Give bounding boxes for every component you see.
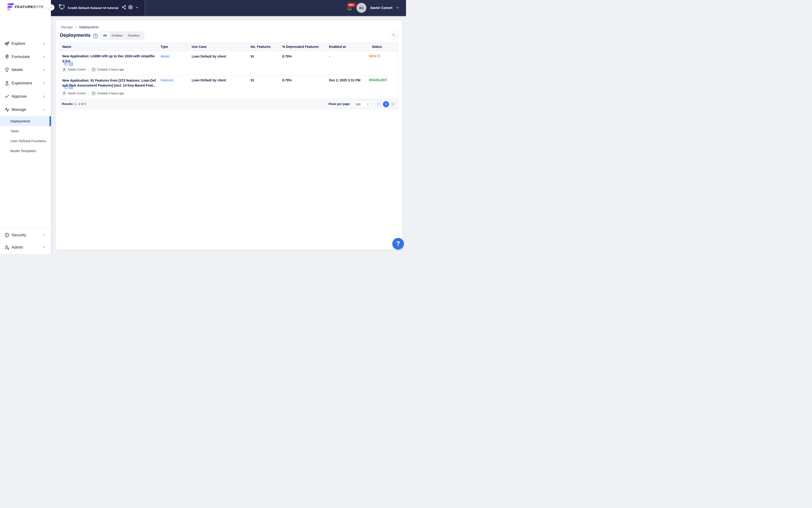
svg-text:ID: ID bbox=[70, 86, 72, 89]
svg-text:ID: ID bbox=[70, 63, 72, 65]
